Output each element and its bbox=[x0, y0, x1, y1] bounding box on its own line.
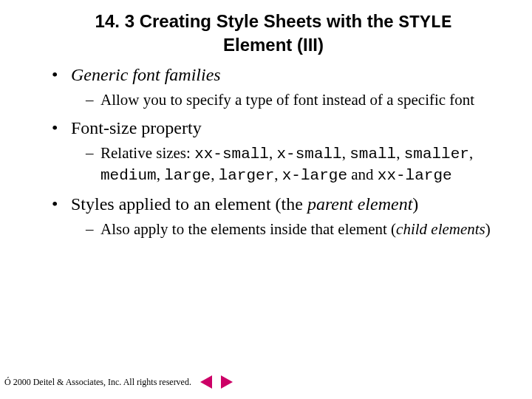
sub-3-1-italic: child elements bbox=[396, 220, 485, 238]
code-x-small: x-small bbox=[276, 146, 341, 163]
bullet-3-lead: Styles applied to an element (the bbox=[71, 194, 307, 214]
code-smaller: smaller bbox=[404, 146, 469, 163]
sublist-2: Relative sizes: xx-small, x-small, small… bbox=[71, 143, 510, 185]
sub-bullet-3-1: Also apply to the elements inside that e… bbox=[86, 219, 510, 239]
code-xx-small: xx-small bbox=[194, 146, 269, 163]
code-larger: larger bbox=[219, 167, 275, 184]
bullet-2-text: Font-size property bbox=[71, 118, 202, 137]
sublist-1: Allow you to specify a type of font inst… bbox=[71, 90, 510, 109]
title-mono: STYLE bbox=[398, 13, 451, 33]
sub-bullet-1-1: Allow you to specify a type of font inst… bbox=[86, 90, 510, 109]
bullet-3-italic: parent element bbox=[307, 194, 412, 214]
sub-bullet-2-1: Relative sizes: xx-small, x-small, small… bbox=[86, 143, 510, 185]
slide-content: 14. 3 Creating Style Sheets with the STY… bbox=[0, 0, 532, 239]
code-medium: medium bbox=[100, 167, 157, 184]
sub-2-1-lead: Relative sizes: bbox=[100, 144, 194, 162]
slide-footer: Ó 2000 Deitel & Associates, Inc. All rig… bbox=[4, 375, 233, 389]
slide-title: 14. 3 Creating Style Sheets with the STY… bbox=[22, 10, 510, 64]
code-x-large: x-large bbox=[282, 167, 347, 184]
code-large: large bbox=[164, 167, 211, 184]
bullet-generic-font-families: Generic font families Allow you to speci… bbox=[52, 64, 510, 109]
sub-3-1-tail: ) bbox=[485, 220, 491, 238]
copyright-text: Ó 2000 Deitel & Associates, Inc. All rig… bbox=[4, 377, 191, 388]
bullet-list: Generic font families Allow you to speci… bbox=[22, 64, 510, 239]
sublist-3: Also apply to the elements inside that e… bbox=[71, 219, 510, 239]
sub-3-1-lead: Also apply to the elements inside that e… bbox=[100, 220, 396, 238]
code-xx-large: xx-large bbox=[378, 167, 452, 184]
next-slide-button[interactable] bbox=[221, 375, 233, 389]
bullet-parent-element: Styles applied to an element (the parent… bbox=[52, 193, 510, 239]
bullet-3-tail: ) bbox=[412, 194, 418, 214]
prev-slide-button[interactable] bbox=[200, 375, 212, 389]
title-suffix: Element (III) bbox=[223, 35, 324, 55]
bullet-1-text: Generic font families bbox=[71, 65, 221, 84]
bullet-font-size-property: Font-size property Relative sizes: xx-sm… bbox=[52, 117, 510, 185]
title-prefix: 14. 3 Creating Style Sheets with the bbox=[95, 11, 399, 31]
code-small: small bbox=[349, 146, 396, 163]
